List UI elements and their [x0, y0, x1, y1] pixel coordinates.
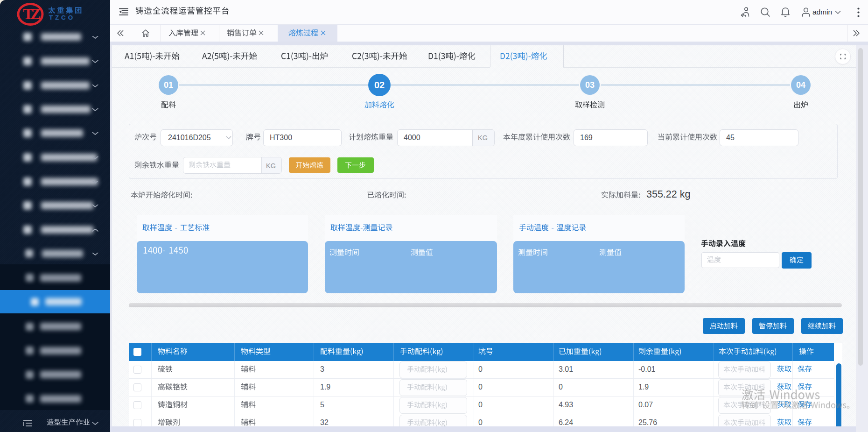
svg-text:TZ: TZ: [23, 5, 40, 22]
